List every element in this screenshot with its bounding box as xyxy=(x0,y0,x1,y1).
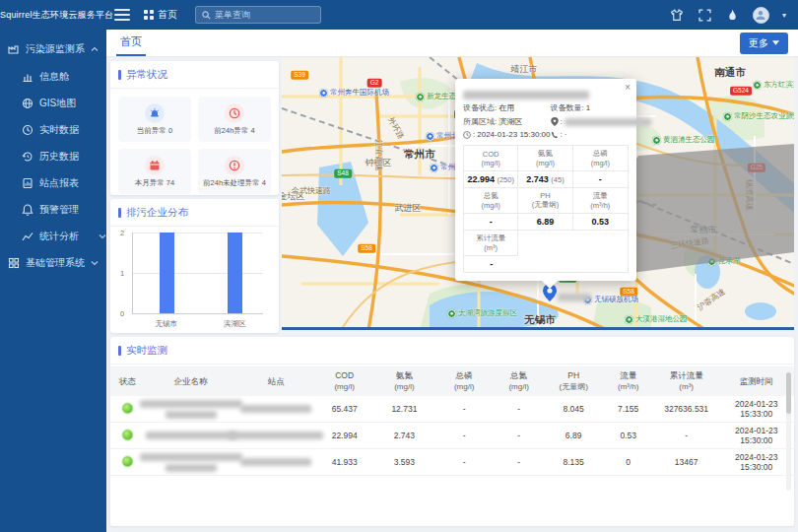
fullscreen-icon[interactable] xyxy=(698,8,712,23)
road-number-badge: G25 xyxy=(748,164,765,172)
tab-home[interactable]: 首页 xyxy=(116,30,146,56)
sidebar-item-label: 实时数据 xyxy=(39,123,106,137)
sidebar-item-label: GIS地图 xyxy=(39,97,106,110)
more-label: 更多 xyxy=(749,36,768,50)
y-axis-tick: 1 xyxy=(120,269,124,278)
sidebar-item-0-5[interactable]: 预警管理 xyxy=(0,196,106,223)
metric-header: 氨氮(mg/l) xyxy=(518,146,572,171)
menu-search-input[interactable]: 菜单查询 xyxy=(195,6,321,24)
map-poi-leaf[interactable]: ●常阴沙生态农业旅游区 xyxy=(723,111,794,121)
status-cell xyxy=(110,427,145,445)
stat-card-label: 当前异常 0 xyxy=(137,126,172,136)
column-header: 站点 xyxy=(236,376,315,387)
user-menu-chevron-down-icon[interactable]: ▾ xyxy=(782,11,786,20)
table-row-1[interactable]: 22.9942.743--6.890.53-2024-01-23 15:30:0… xyxy=(110,423,794,449)
sidebar-item-0-4[interactable]: 站点报表 xyxy=(0,169,106,196)
map-poi-leaf[interactable]: ●黄泗浦生态公园 xyxy=(652,135,715,145)
value-cell: 0 xyxy=(603,454,654,470)
device-status-field: 设备状态:在用 xyxy=(463,102,551,113)
sidebar-item-label: 信息舱 xyxy=(39,70,106,84)
map-poi-plane[interactable]: ●无锡硕放机场 xyxy=(583,295,638,304)
stats-icon xyxy=(22,231,33,242)
y-axis-tick: 2 xyxy=(120,229,124,237)
stat-card-1[interactable]: 前24h异常 4 xyxy=(198,97,271,142)
popup-close-icon[interactable]: × xyxy=(625,83,631,93)
warning-icon xyxy=(225,156,244,175)
map-road-label: 金武快速路 xyxy=(292,185,331,196)
gis-map[interactable]: 靖江市南通市常州市钟楼区武进区金坛区常熟市无锡市金武快速路三环快速路沪蓉高速江宜… xyxy=(282,57,794,330)
siren-icon xyxy=(149,107,161,119)
realtime-monitor-panel: 实时监测 状态企业名称站点COD(mg/l)氨氮(mg/l)总磷(mg/l)总氮… xyxy=(110,337,794,526)
value-cell: 8.045 xyxy=(545,401,603,417)
map-poi-leaf[interactable]: ●太湖湾旅游度假区 xyxy=(447,308,517,318)
siren-icon xyxy=(145,103,165,123)
abnormal-panel-title: 异常状况 xyxy=(110,61,279,89)
bar-无锡市 xyxy=(160,233,174,313)
topbar-home-link[interactable]: 首页 xyxy=(144,8,177,22)
table-row-2[interactable]: 41.9333.593--8.1350134672024-01-23 15:30… xyxy=(110,449,794,476)
value-cell: - xyxy=(435,401,494,417)
metric-header: 流量(m³/h) xyxy=(573,188,628,214)
column-header: 累计流量(m³) xyxy=(654,370,719,392)
redacted-station-name xyxy=(236,402,315,416)
map-city-label: 常州市 xyxy=(404,148,435,162)
sidebar-item-0-6[interactable]: 统计分析 xyxy=(0,223,106,249)
home-label: 首页 xyxy=(158,8,177,22)
grid-icon xyxy=(144,10,154,20)
sidebar-item-0-0[interactable]: 信息舱 xyxy=(0,63,106,90)
x-axis-label: 滨湖区 xyxy=(224,319,246,329)
sidebar-item-label: 预警管理 xyxy=(39,203,106,217)
redacted-popup-title xyxy=(463,91,589,100)
sidebar-group-0[interactable]: 污染源监测系统 xyxy=(0,35,106,63)
more-button[interactable]: 更多 xyxy=(740,33,788,54)
phone-icon xyxy=(551,131,559,139)
metric-header: 总磷(mg/l) xyxy=(573,146,628,171)
chart-panel-title: 排污企业分布 xyxy=(110,199,279,227)
map-road-label: 江宜高速 xyxy=(373,140,384,171)
hamburger-menu-icon[interactable] xyxy=(114,9,130,21)
sidebar-item-0-1[interactable]: GIS地图 xyxy=(0,90,106,116)
road-number-badge: S48 xyxy=(334,169,352,178)
metric-header: 总氮(mg/l) xyxy=(464,188,518,214)
table-header-row: 状态企业名称站点COD(mg/l)氨氮(mg/l)总磷(mg/l)总氮(mg/l… xyxy=(110,366,794,396)
metric-value: - xyxy=(573,171,628,188)
globe-icon xyxy=(22,98,33,109)
redacted-company-name xyxy=(145,429,237,442)
table-row-0[interactable]: 65.43712.731--8.0457.155327636.5312024-0… xyxy=(110,396,794,423)
value-cell: - xyxy=(494,428,545,443)
column-header: 总氮(mg/l) xyxy=(494,370,545,392)
value-cell: 12.731 xyxy=(373,401,434,417)
metric-value: 6.89 xyxy=(518,214,572,231)
region-field: 所属区域:滨湖区 xyxy=(463,116,551,127)
map-poi-leaf[interactable]: ●昆承湖 xyxy=(707,256,741,266)
redacted-company-name xyxy=(145,450,237,475)
column-header: 监测时间 xyxy=(719,376,794,387)
flame-icon[interactable] xyxy=(725,8,740,23)
map-poi-plane[interactable]: ●常州奔牛国际机场 xyxy=(319,88,389,98)
user-avatar[interactable] xyxy=(753,7,769,24)
value-cell: - xyxy=(654,428,719,443)
column-header: PH(无量纲) xyxy=(545,370,603,392)
stat-card-2[interactable]: 本月异常 74 xyxy=(118,149,191,194)
search-icon xyxy=(202,11,211,20)
sidebar-item-0-3[interactable]: 历史数据 xyxy=(0,143,106,169)
leaf-icon: ● xyxy=(625,315,633,324)
sidebar-nav: 污染源监测系统信息舱GIS地图实时数据历史数据站点报表预警管理统计分析基础管理系… xyxy=(0,30,106,532)
stat-card-3[interactable]: 前24h未处理异常 4 xyxy=(198,149,271,194)
road-number-badge: S58 xyxy=(358,244,375,253)
value-cell: 2.743 xyxy=(373,428,434,443)
sidebar-item-label: 历史数据 xyxy=(39,150,106,164)
map-poi-leaf[interactable]: ●东方红滨江风光带 xyxy=(753,80,794,90)
factory-icon xyxy=(8,43,20,55)
map-road-label: 锡澄高速 xyxy=(744,179,755,211)
sidebar-item-0-2[interactable]: 实时数据 xyxy=(0,116,106,143)
stat-card-0[interactable]: 当前异常 0 xyxy=(118,97,191,142)
map-poi-leaf[interactable]: ●大溪港湿地公园 xyxy=(625,314,688,324)
search-placeholder: 菜单查询 xyxy=(215,9,250,22)
abnormal-status-panel: 异常状况 当前异常 0 前24h异常 4 本月异常 74 前24h未处理异常 4 xyxy=(110,61,279,195)
theme-shirt-icon[interactable] xyxy=(670,8,685,23)
table-scrollbar[interactable] xyxy=(786,372,791,491)
sidebar-group-1[interactable]: 基础管理系统 xyxy=(0,249,106,277)
address-field: : xyxy=(551,116,651,127)
value-cell: - xyxy=(435,454,494,470)
